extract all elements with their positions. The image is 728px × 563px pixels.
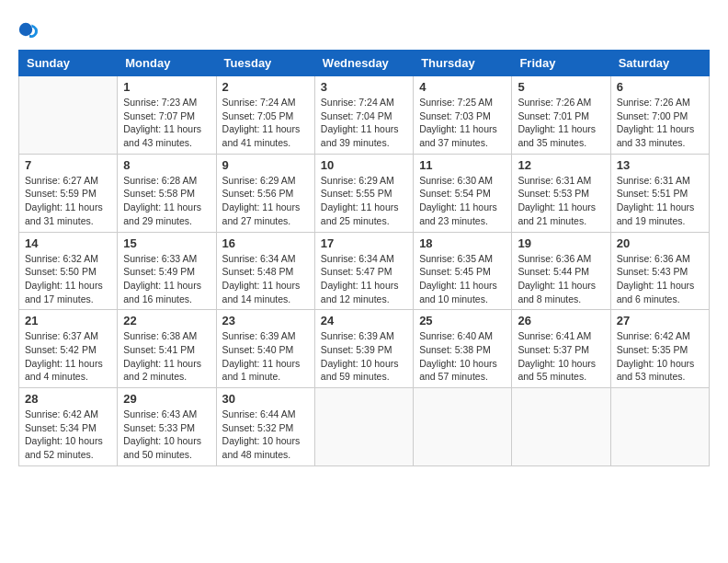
calendar-cell: 28Sunrise: 6:42 AMSunset: 5:34 PMDayligh… xyxy=(19,388,118,466)
day-number: 22 xyxy=(123,314,210,327)
calendar-cell xyxy=(314,388,413,466)
day-number: 11 xyxy=(419,158,506,172)
day-info: Sunrise: 6:27 AMSunset: 5:59 PMDaylight:… xyxy=(25,174,111,228)
calendar-header-saturday: Saturday xyxy=(610,51,709,76)
day-info: Sunrise: 6:29 AMSunset: 5:55 PMDaylight:… xyxy=(321,174,407,228)
day-info: Sunrise: 7:26 AMSunset: 7:00 PMDaylight:… xyxy=(617,96,703,150)
calendar-cell: 22Sunrise: 6:38 AMSunset: 5:41 PMDayligh… xyxy=(118,310,216,388)
calendar-table: SundayMondayTuesdayWednesdayThursdayFrid… xyxy=(18,50,710,466)
day-number: 26 xyxy=(518,314,604,327)
day-number: 20 xyxy=(617,236,703,250)
calendar-cell: 5Sunrise: 7:26 AMSunset: 7:01 PMDaylight… xyxy=(512,76,610,155)
day-number: 3 xyxy=(321,80,407,94)
day-info: Sunrise: 6:39 AMSunset: 5:40 PMDaylight:… xyxy=(222,329,309,384)
day-number: 16 xyxy=(222,236,309,250)
day-number: 12 xyxy=(518,158,604,172)
calendar-week-row: 1Sunrise: 7:23 AMSunset: 7:07 PMDaylight… xyxy=(19,76,710,155)
day-number: 7 xyxy=(25,158,111,172)
day-number: 30 xyxy=(222,392,309,406)
calendar-cell: 11Sunrise: 6:30 AMSunset: 5:54 PMDayligh… xyxy=(414,154,512,232)
calendar-cell: 13Sunrise: 6:31 AMSunset: 5:51 PMDayligh… xyxy=(610,154,709,232)
day-info: Sunrise: 7:26 AMSunset: 7:01 PMDaylight:… xyxy=(518,96,604,150)
day-info: Sunrise: 6:28 AMSunset: 5:58 PMDaylight:… xyxy=(123,174,210,228)
calendar-cell: 15Sunrise: 6:33 AMSunset: 5:49 PMDayligh… xyxy=(118,232,216,310)
calendar-cell: 12Sunrise: 6:31 AMSunset: 5:53 PMDayligh… xyxy=(512,154,610,232)
calendar-cell: 4Sunrise: 7:25 AMSunset: 7:03 PMDaylight… xyxy=(414,76,512,155)
calendar-cell: 20Sunrise: 6:36 AMSunset: 5:43 PMDayligh… xyxy=(610,232,709,310)
calendar-header-sunday: Sunday xyxy=(19,51,118,76)
calendar-cell: 8Sunrise: 6:28 AMSunset: 5:58 PMDaylight… xyxy=(118,154,216,232)
calendar-cell xyxy=(19,76,118,155)
calendar-cell: 7Sunrise: 6:27 AMSunset: 5:59 PMDaylight… xyxy=(19,154,118,232)
calendar-week-row: 7Sunrise: 6:27 AMSunset: 5:59 PMDaylight… xyxy=(19,154,710,232)
calendar-cell: 19Sunrise: 6:36 AMSunset: 5:44 PMDayligh… xyxy=(512,232,610,310)
day-number: 17 xyxy=(321,236,407,250)
calendar-cell: 25Sunrise: 6:40 AMSunset: 5:38 PMDayligh… xyxy=(414,310,512,388)
calendar-header-monday: Monday xyxy=(118,51,216,76)
day-number: 8 xyxy=(123,158,210,172)
calendar-cell: 14Sunrise: 6:32 AMSunset: 5:50 PMDayligh… xyxy=(19,232,118,310)
day-number: 18 xyxy=(419,236,506,250)
day-info: Sunrise: 6:44 AMSunset: 5:32 PMDaylight:… xyxy=(222,408,309,462)
calendar-cell: 21Sunrise: 6:37 AMSunset: 5:42 PMDayligh… xyxy=(19,310,118,388)
day-info: Sunrise: 6:31 AMSunset: 5:53 PMDaylight:… xyxy=(518,174,604,228)
day-info: Sunrise: 6:29 AMSunset: 5:56 PMDaylight:… xyxy=(222,174,309,228)
day-info: Sunrise: 6:30 AMSunset: 5:54 PMDaylight:… xyxy=(419,174,506,228)
calendar-header-thursday: Thursday xyxy=(414,51,512,76)
page-header xyxy=(18,18,710,40)
logo xyxy=(18,18,44,40)
calendar-cell xyxy=(414,388,512,466)
day-number: 5 xyxy=(518,80,604,94)
day-number: 23 xyxy=(222,314,309,327)
day-info: Sunrise: 6:41 AMSunset: 5:37 PMDaylight:… xyxy=(518,329,604,384)
day-number: 1 xyxy=(123,80,210,94)
calendar-cell: 9Sunrise: 6:29 AMSunset: 5:56 PMDaylight… xyxy=(216,154,314,232)
calendar-cell xyxy=(512,388,610,466)
calendar-cell: 1Sunrise: 7:23 AMSunset: 7:07 PMDaylight… xyxy=(118,76,216,155)
calendar-cell: 27Sunrise: 6:42 AMSunset: 5:35 PMDayligh… xyxy=(610,310,709,388)
day-info: Sunrise: 6:34 AMSunset: 5:47 PMDaylight:… xyxy=(321,252,407,306)
day-info: Sunrise: 7:24 AMSunset: 7:04 PMDaylight:… xyxy=(321,96,407,150)
day-info: Sunrise: 7:23 AMSunset: 7:07 PMDaylight:… xyxy=(123,96,210,150)
day-info: Sunrise: 7:24 AMSunset: 7:05 PMDaylight:… xyxy=(222,96,309,150)
day-info: Sunrise: 6:37 AMSunset: 5:42 PMDaylight:… xyxy=(25,329,111,384)
calendar-cell: 6Sunrise: 7:26 AMSunset: 7:00 PMDaylight… xyxy=(610,76,709,155)
calendar-week-row: 28Sunrise: 6:42 AMSunset: 5:34 PMDayligh… xyxy=(19,388,710,466)
calendar-week-row: 21Sunrise: 6:37 AMSunset: 5:42 PMDayligh… xyxy=(19,310,710,388)
day-info: Sunrise: 6:36 AMSunset: 5:43 PMDaylight:… xyxy=(617,252,703,306)
calendar-header-row: SundayMondayTuesdayWednesdayThursdayFrid… xyxy=(19,51,710,76)
day-info: Sunrise: 6:34 AMSunset: 5:48 PMDaylight:… xyxy=(222,252,309,306)
calendar-cell: 3Sunrise: 7:24 AMSunset: 7:04 PMDaylight… xyxy=(314,76,413,155)
calendar-cell: 26Sunrise: 6:41 AMSunset: 5:37 PMDayligh… xyxy=(512,310,610,388)
calendar-cell: 10Sunrise: 6:29 AMSunset: 5:55 PMDayligh… xyxy=(314,154,413,232)
day-info: Sunrise: 6:32 AMSunset: 5:50 PMDaylight:… xyxy=(25,252,111,306)
day-info: Sunrise: 6:31 AMSunset: 5:51 PMDaylight:… xyxy=(617,174,703,228)
day-number: 19 xyxy=(518,236,604,250)
day-number: 9 xyxy=(222,158,309,172)
day-number: 6 xyxy=(617,80,703,94)
calendar-cell: 23Sunrise: 6:39 AMSunset: 5:40 PMDayligh… xyxy=(216,310,314,388)
day-info: Sunrise: 6:40 AMSunset: 5:38 PMDaylight:… xyxy=(419,329,506,384)
day-info: Sunrise: 6:39 AMSunset: 5:39 PMDaylight:… xyxy=(321,329,407,384)
day-info: Sunrise: 6:36 AMSunset: 5:44 PMDaylight:… xyxy=(518,252,604,306)
day-info: Sunrise: 6:43 AMSunset: 5:33 PMDaylight:… xyxy=(123,408,210,462)
calendar-cell: 16Sunrise: 6:34 AMSunset: 5:48 PMDayligh… xyxy=(216,232,314,310)
calendar-cell xyxy=(610,388,709,466)
calendar-header-tuesday: Tuesday xyxy=(216,51,314,76)
day-number: 10 xyxy=(321,158,407,172)
day-number: 14 xyxy=(25,236,111,250)
day-info: Sunrise: 6:38 AMSunset: 5:41 PMDaylight:… xyxy=(123,329,210,384)
calendar-cell: 24Sunrise: 6:39 AMSunset: 5:39 PMDayligh… xyxy=(314,310,413,388)
day-number: 28 xyxy=(25,392,111,406)
day-info: Sunrise: 6:42 AMSunset: 5:35 PMDaylight:… xyxy=(617,329,703,384)
day-number: 4 xyxy=(419,80,506,94)
calendar-cell: 30Sunrise: 6:44 AMSunset: 5:32 PMDayligh… xyxy=(216,388,314,466)
calendar-cell: 17Sunrise: 6:34 AMSunset: 5:47 PMDayligh… xyxy=(314,232,413,310)
svg-point-0 xyxy=(19,23,32,36)
calendar-header-wednesday: Wednesday xyxy=(314,51,413,76)
day-info: Sunrise: 6:33 AMSunset: 5:49 PMDaylight:… xyxy=(123,252,210,306)
logo-icon xyxy=(18,18,40,40)
day-number: 21 xyxy=(25,314,111,327)
day-number: 29 xyxy=(123,392,210,406)
day-number: 2 xyxy=(222,80,309,94)
